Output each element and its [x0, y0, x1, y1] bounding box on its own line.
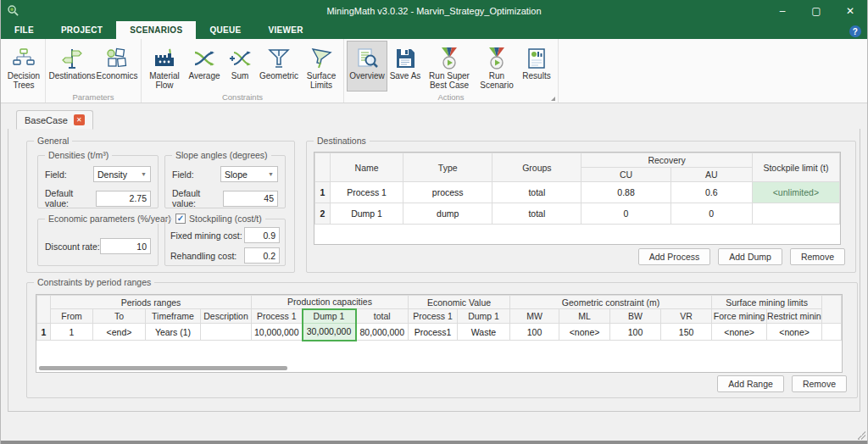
cell-filler — [822, 324, 842, 341]
average-button[interactable]: Average — [185, 41, 224, 92]
horizontal-scrollbar[interactable] — [39, 366, 839, 370]
cell-force-mining[interactable]: <none> — [712, 324, 767, 341]
cell-restrict-mining[interactable]: <none> — [767, 324, 822, 341]
discount-rate-input[interactable]: 10 — [100, 238, 151, 254]
minimize-button[interactable]: – — [765, 0, 799, 21]
column-header-cu[interactable]: CU — [581, 168, 670, 182]
add-process-button[interactable]: Add Process — [638, 248, 711, 265]
column-header-type[interactable]: Type — [403, 153, 492, 182]
cell-process1-value[interactable]: Process1 — [409, 324, 458, 341]
sum-button[interactable]: Sum — [224, 41, 256, 92]
overview-button[interactable]: Overview — [347, 41, 387, 92]
column-header-ml[interactable]: ML — [559, 309, 610, 324]
row-number[interactable]: 1 — [315, 182, 331, 203]
cell-bw[interactable]: 100 — [610, 324, 661, 341]
cell-timeframe[interactable]: Years (1) — [146, 324, 201, 341]
column-header-description[interactable]: Description — [201, 309, 252, 324]
remove-range-button[interactable]: Remove — [792, 375, 847, 392]
run-scenario-button[interactable]: Run Scenario — [476, 41, 518, 92]
column-header-vr[interactable]: VR — [661, 309, 712, 324]
cell-mw[interactable]: 100 — [510, 324, 559, 341]
column-header-from[interactable]: From — [51, 309, 93, 324]
title-bar[interactable]: MiningMath v3.0.32 - Marvin_Strategy_Opt… — [1, 0, 867, 21]
economic-groupbox: Economic parameters (%/year) Discount ra… — [37, 219, 159, 266]
cell-groups[interactable]: total — [492, 203, 581, 225]
column-header-recovery[interactable]: Recovery — [581, 153, 752, 168]
cell-au[interactable]: 0.6 — [670, 182, 752, 203]
cell-vr[interactable]: 150 — [661, 324, 712, 341]
resize-grip[interactable] — [857, 431, 865, 440]
column-header-to[interactable]: To — [93, 309, 146, 324]
cell-cu[interactable]: 0 — [581, 203, 670, 225]
column-header-process1-capacity[interactable]: Process 1 — [252, 309, 303, 324]
cell-dump1-capacity[interactable]: 30,000,000 — [303, 324, 356, 341]
column-header-force-mining[interactable]: Force mining — [712, 309, 767, 324]
fixed-mining-cost-label: Fixed mining cost: — [170, 230, 242, 241]
row-number[interactable]: 1 — [37, 324, 51, 341]
cell-type[interactable]: process — [403, 182, 492, 203]
column-header-dump1-value[interactable]: Dump 1 — [458, 309, 510, 324]
slope-field-select[interactable]: Slope ▼ — [220, 166, 278, 182]
cell-dump1-value[interactable]: Waste — [458, 324, 510, 341]
cell-name[interactable]: Process 1 — [331, 182, 403, 203]
cell-description[interactable] — [201, 324, 252, 341]
cell-process1-capacity[interactable]: 10,000,000 — [252, 324, 303, 341]
fixed-mining-cost-input[interactable]: 0.9 — [244, 227, 280, 243]
tab-close-icon[interactable]: ✕ — [74, 114, 85, 125]
cell-groups[interactable]: total — [492, 182, 581, 203]
economics-button[interactable]: Economics — [96, 41, 138, 92]
scrollbar-thumb[interactable] — [39, 366, 287, 370]
density-default-input[interactable]: 2.75 — [96, 191, 151, 207]
destinations-button[interactable]: Destinations — [48, 41, 96, 92]
cell-from[interactable]: 1 — [51, 324, 93, 341]
column-header-total-capacity[interactable]: total — [356, 309, 409, 324]
menu-project[interactable]: PROJECT — [47, 21, 116, 39]
help-button[interactable]: ? — [849, 25, 861, 37]
results-button[interactable]: Results — [518, 41, 555, 92]
column-header-restrict-mining[interactable]: Restrict mining — [767, 309, 822, 324]
geometric-button[interactable]: Geometric — [256, 41, 302, 92]
column-header-mw[interactable]: MW — [510, 309, 559, 324]
close-button[interactable]: ✕ — [833, 0, 867, 21]
cell-type[interactable]: dump — [403, 203, 492, 225]
cell-stockpile-limit[interactable]: <unlimited> — [752, 182, 839, 203]
add-dump-button[interactable]: Add Dump — [718, 248, 782, 265]
column-header-au[interactable]: AU — [670, 168, 752, 182]
run-super-best-case-button[interactable]: Run Super Best Case — [423, 41, 476, 92]
remove-destination-button[interactable]: Remove — [790, 248, 845, 265]
cell-ml[interactable]: <none> — [559, 324, 610, 341]
density-field-select[interactable]: Density ▼ — [93, 166, 151, 182]
column-header-name[interactable]: Name — [331, 153, 403, 182]
menu-file[interactable]: FILE — [1, 21, 47, 39]
run-medal-icon — [437, 45, 461, 71]
row-number[interactable]: 2 — [315, 203, 331, 225]
column-header-bw[interactable]: BW — [610, 309, 661, 324]
decision-trees-button[interactable]: Decision Trees — [5, 41, 42, 92]
column-header-dump1-capacity[interactable]: Dump 1 — [303, 309, 356, 324]
cell-to[interactable]: <end> — [93, 324, 146, 341]
rehandling-cost-input[interactable]: 0.2 — [244, 247, 280, 264]
cell-name[interactable]: Dump 1 — [331, 203, 403, 225]
stockpiling-checkbox[interactable]: ✓ — [175, 214, 186, 224]
material-flow-button[interactable]: Material Flow — [144, 41, 185, 92]
slope-default-input[interactable]: 45 — [223, 191, 278, 207]
tab-basecase[interactable]: BaseCase ✕ — [16, 110, 93, 130]
cell-total-capacity[interactable]: 80,000,000 — [356, 324, 409, 341]
surface-limits-button[interactable]: Surface Limits — [302, 41, 341, 92]
save-as-button[interactable]: Save As — [387, 41, 423, 92]
column-header-process1-value[interactable]: Process 1 — [409, 309, 458, 324]
column-header-timeframe[interactable]: Timeframe — [146, 309, 201, 324]
filler-header — [822, 296, 842, 324]
actions-dialog-launcher-icon[interactable] — [551, 97, 555, 101]
menu-viewer[interactable]: VIEWER — [254, 21, 316, 39]
cell-au[interactable]: 0 — [670, 203, 752, 225]
maximize-button[interactable]: ▢ — [799, 0, 833, 21]
menu-scenarios[interactable]: SCENARIOS — [116, 21, 196, 39]
cell-cu[interactable]: 0.88 — [581, 182, 670, 203]
column-header-stockpile[interactable]: Stockpile limit (t) — [752, 153, 839, 182]
ribbon-group-parameters: Destinations Economics Parameters — [46, 39, 142, 103]
menu-queue[interactable]: QUEUE — [196, 21, 254, 39]
add-range-button[interactable]: Add Range — [717, 375, 784, 392]
cell-stockpile-limit[interactable] — [752, 203, 839, 225]
column-header-groups[interactable]: Groups — [492, 153, 581, 182]
